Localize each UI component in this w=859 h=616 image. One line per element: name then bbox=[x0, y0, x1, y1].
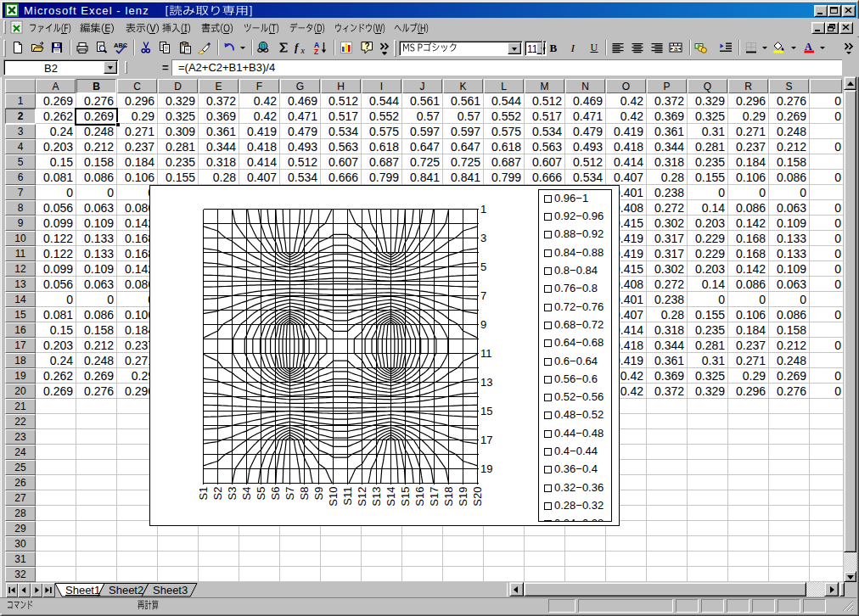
svg-text:Z: Z bbox=[314, 48, 318, 55]
svg-text:?: ? bbox=[365, 42, 370, 51]
svg-text:5: 5 bbox=[480, 260, 486, 273]
svg-text:17: 17 bbox=[480, 434, 492, 446]
svg-text:S2: S2 bbox=[211, 487, 224, 501]
svg-text:S13: S13 bbox=[370, 487, 383, 507]
svg-text:S16: S16 bbox=[413, 487, 426, 507]
svg-text:I: I bbox=[570, 42, 576, 54]
svg-text:9: 9 bbox=[480, 318, 486, 331]
svg-text:S9: S9 bbox=[312, 487, 325, 501]
svg-text:S5: S5 bbox=[255, 487, 267, 501]
svg-text:S11: S11 bbox=[341, 487, 354, 506]
svg-text:S8: S8 bbox=[298, 487, 311, 501]
svg-text:19: 19 bbox=[480, 462, 492, 475]
svg-text:S6: S6 bbox=[269, 487, 282, 501]
svg-text:S10: S10 bbox=[327, 487, 340, 507]
svg-text:S19: S19 bbox=[457, 487, 469, 507]
svg-text:S14: S14 bbox=[385, 487, 397, 507]
svg-text:S17: S17 bbox=[428, 487, 441, 507]
svg-text:S18: S18 bbox=[442, 487, 455, 507]
svg-text:S7: S7 bbox=[284, 487, 296, 501]
svg-text:B: B bbox=[550, 42, 558, 54]
svg-text:U: U bbox=[591, 42, 598, 53]
svg-text:15: 15 bbox=[480, 405, 492, 417]
svg-text:S4: S4 bbox=[240, 487, 253, 501]
svg-text:a: a bbox=[674, 45, 678, 53]
svg-text:13: 13 bbox=[480, 376, 492, 389]
svg-text:x: x bbox=[300, 46, 306, 55]
svg-text:f: f bbox=[295, 41, 300, 53]
svg-text:S3: S3 bbox=[226, 487, 239, 501]
svg-text:S12: S12 bbox=[356, 487, 368, 507]
svg-text:S1: S1 bbox=[197, 487, 210, 501]
svg-text:3: 3 bbox=[480, 232, 486, 244]
svg-text:Sheet1: Sheet1 bbox=[65, 584, 100, 596]
svg-text:1: 1 bbox=[480, 203, 486, 216]
svg-text:S20: S20 bbox=[471, 487, 484, 507]
svg-text:7: 7 bbox=[480, 289, 486, 302]
svg-text:11: 11 bbox=[480, 347, 492, 360]
svg-text:Sheet3: Sheet3 bbox=[153, 584, 188, 596]
svg-text:Sheet2: Sheet2 bbox=[109, 584, 143, 596]
svg-text:S15: S15 bbox=[399, 487, 412, 507]
